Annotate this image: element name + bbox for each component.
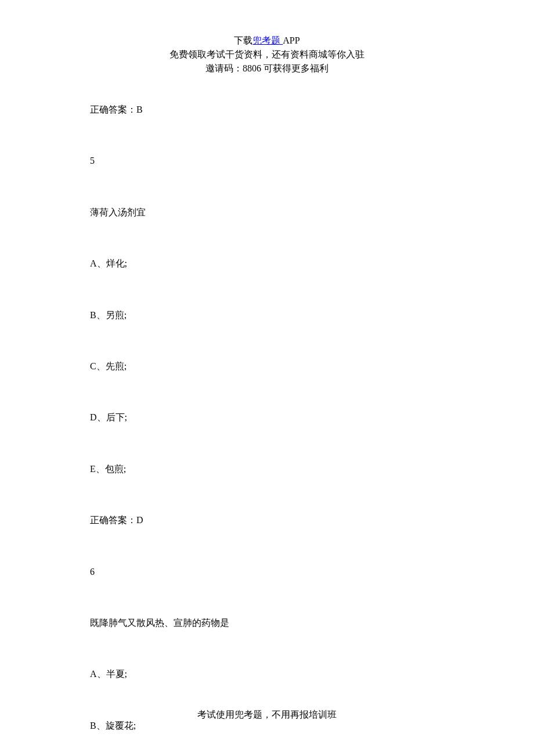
- question-5-option-b: B、另煎;: [90, 309, 464, 322]
- question-6-option-a: A、半夏;: [90, 668, 464, 681]
- document-content: 正确答案：B 5 薄荷入汤剂宜 A、烊化; B、另煎; C、先煎; D、后下; …: [0, 75, 534, 756]
- question-6-number: 6: [90, 566, 464, 578]
- question-5-number: 5: [90, 154, 464, 167]
- previous-answer: 正确答案：B: [90, 103, 464, 116]
- question-5-option-d: D、后下;: [90, 411, 464, 424]
- question-5-option-a: A、烊化;: [90, 257, 464, 270]
- download-prefix: 下载: [234, 35, 252, 45]
- header-line-3: 邀请码：8806 可获得更多福利: [0, 62, 534, 75]
- header-line-1: 下载兜考题 APP: [0, 34, 534, 48]
- question-5-answer: 正确答案：D: [90, 514, 464, 527]
- page-footer: 考试使用兜考题，不用再报培训班: [0, 709, 534, 721]
- app-link[interactable]: 兜考题: [252, 35, 283, 45]
- header-line-2: 免费领取考试干货资料，还有资料商城等你入驻: [0, 48, 534, 62]
- question-5-option-c: C、先煎;: [90, 360, 464, 373]
- question-6-option-b: B、旋覆花;: [90, 719, 464, 732]
- footer-text: 考试使用兜考题，不用再报培训班: [197, 710, 337, 719]
- question-5-option-e: E、包煎;: [90, 463, 464, 476]
- question-5-text: 薄荷入汤剂宜: [90, 206, 464, 219]
- download-suffix: APP: [283, 35, 300, 45]
- question-6-text: 既降肺气又散风热、宣肺的药物是: [90, 617, 464, 629]
- page-header: 下载兜考题 APP 免费领取考试干货资料，还有资料商城等你入驻 邀请码：8806…: [0, 0, 534, 75]
